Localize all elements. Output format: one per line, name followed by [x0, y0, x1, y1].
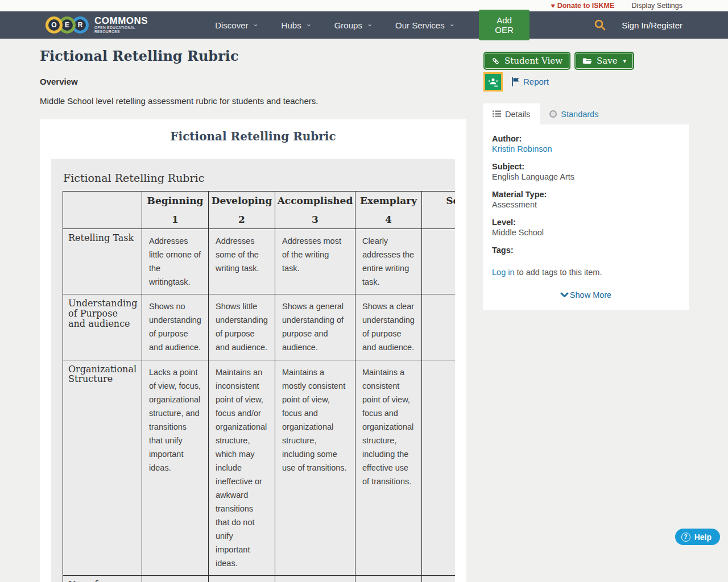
nav-item-label: Discover	[215, 20, 248, 30]
rubric-heading: Fictional Retelling Rubric	[63, 172, 444, 184]
search-icon[interactable]	[593, 18, 607, 32]
nav-item-label: Our Services	[395, 20, 445, 30]
heart-icon: ♥	[551, 2, 555, 10]
table-row: Use of Existing Plot in Retelling Lacks …	[63, 576, 456, 582]
page-title: Fictional Retelling Rubric	[40, 48, 239, 64]
rubric-cell: Shows a clear understanding of purpose a…	[355, 294, 422, 360]
nav-item-label: Hubs	[282, 20, 301, 30]
table-row: Organizational Structure Lacks a point o…	[63, 360, 456, 576]
row-label: Retelling Task	[63, 229, 142, 294]
logo-text: COMMONS OPEN EDUCATIONAL RESOURCES	[94, 16, 151, 34]
nav-item-discover[interactable]: Discover ⌄	[215, 20, 258, 30]
rubric-cell: Lacks use of a developed plotline.	[142, 576, 209, 582]
field-label: Author:	[492, 134, 680, 144]
student-view-label: Student View	[504, 56, 562, 66]
rubric-header-cell: Developing2	[209, 192, 275, 229]
rubric-cell: Shows little understanding of purpose an…	[209, 294, 275, 360]
rubric-cell: Lacks a point of view, focus, organizati…	[142, 360, 209, 576]
nav-item-groups[interactable]: Groups ⌄	[334, 20, 373, 30]
report-label: Report	[523, 77, 549, 86]
rubric-cell: Maintains a mostly consistent point of v…	[275, 360, 355, 576]
tab-details[interactable]: Details	[483, 103, 540, 124]
table-row: Retelling Task Addresses little ornone o…	[63, 229, 456, 294]
caret-down-icon: ▾	[623, 57, 627, 65]
add-oer-button[interactable]: Add OER	[479, 10, 530, 40]
field-value: Assessment	[492, 199, 680, 210]
sign-in-register-link[interactable]: Sign In/Register	[622, 20, 682, 30]
link-icon	[491, 57, 500, 65]
circle-icon	[549, 110, 557, 118]
resource-card: Fictional Retelling Rubric Fictional Ret…	[40, 119, 466, 582]
navbar: O E R COMMONS OPEN EDUCATIONAL RESOURCES…	[0, 11, 728, 39]
action-buttons: Student View Save ▾	[483, 52, 634, 70]
overview-heading: Overview	[40, 77, 78, 86]
field-label: Subject:	[492, 161, 680, 172]
rubric-cell: Addresses most of the writing task.	[275, 229, 355, 294]
table-row: Understanding of Purpose and audience Sh…	[63, 294, 456, 360]
rubric-cell	[422, 576, 456, 582]
rubric-header-cell: Accomplished3	[275, 192, 355, 229]
detail-tabs: Details Standards	[483, 103, 608, 124]
rubric-cell: Shows a general understanding of purpose…	[275, 294, 355, 360]
details-panel: Author: Kristin Robinson Subject: Englis…	[483, 124, 689, 310]
login-prompt-text: to add tags to this item.	[515, 268, 602, 277]
rubric-cell: Addresses little ornone of the writingta…	[142, 229, 209, 294]
embedded-document: Fictional Retelling Rubric Beginning1 De…	[51, 159, 455, 582]
tab-standards-label: Standards	[561, 110, 598, 119]
field-tags: Tags:	[492, 245, 680, 255]
author-link[interactable]: Kristin Robinson	[492, 144, 680, 154]
chevron-down-icon: ⌄	[367, 22, 373, 26]
show-more-link[interactable]: Show More	[492, 290, 680, 300]
logo-brand: COMMONS	[94, 16, 151, 26]
help-label: Help	[694, 533, 712, 542]
rubric-cell: Clearly addresses the entire writing tas…	[355, 229, 422, 294]
list-icon	[493, 110, 501, 118]
rubric-table: Beginning1 Developing2 Accomplished3 Exe…	[63, 191, 455, 582]
page: ♥ Donate to ISKME Display Settings O E R…	[0, 0, 728, 582]
classroom-person-icon	[486, 75, 500, 89]
logo-circles: O E R	[46, 16, 89, 34]
tab-details-label: Details	[505, 110, 530, 119]
row-label: Organizational Structure	[63, 360, 142, 576]
log-in-link[interactable]: Log in	[492, 268, 515, 277]
rubric-cell: Maintains an inconsistent point of view,…	[209, 360, 275, 576]
field-label: Tags:	[492, 245, 680, 255]
logo-tagline: OPEN EDUCATIONAL RESOURCES	[94, 26, 151, 34]
oer-commons-logo[interactable]: O E R COMMONS OPEN EDUCATIONAL RESOURCES	[46, 16, 151, 34]
field-material-type: Material Type: Assessment	[492, 189, 680, 210]
chevron-down-icon: ⌄	[449, 22, 455, 26]
rubric-cell: Has a thorough and unique use of existin…	[355, 576, 422, 582]
tab-standards[interactable]: Standards	[540, 103, 608, 124]
row-label: Use of Existing Plot in Retelling	[63, 576, 142, 582]
login-prompt: Log in to add tags to this item.	[492, 268, 680, 277]
rubric-cell	[422, 360, 456, 576]
report-link[interactable]: Report	[511, 77, 549, 86]
rubric-cell	[422, 294, 456, 360]
rubric-cell	[422, 229, 456, 294]
nav-item-hubs[interactable]: Hubs ⌄	[282, 20, 312, 30]
show-more-label: Show More	[570, 290, 611, 300]
logo-letter-o: O	[46, 16, 63, 34]
resource-title: Fictional Retelling Rubric	[40, 119, 466, 143]
rubric-header-cell: Exemplary4	[355, 192, 422, 229]
rubric-cell: Has minimal use of existing plotline.	[209, 576, 275, 582]
nav-menu: Discover ⌄ Hubs ⌄ Groups ⌄ Our Services …	[215, 20, 455, 30]
overview-text: Middle School level retelling assessment…	[40, 96, 318, 106]
save-button[interactable]: Save ▾	[574, 52, 634, 70]
rubric-header-cell: Score	[422, 192, 456, 229]
donate-label: Donate to ISKME	[557, 2, 615, 10]
rubric-header-cell	[63, 192, 142, 229]
row-label: Understanding of Purpose and audience	[63, 294, 142, 360]
display-settings-link[interactable]: Display Settings	[631, 2, 682, 10]
field-author: Author: Kristin Robinson	[492, 134, 680, 154]
nav-item-our-services[interactable]: Our Services ⌄	[395, 20, 455, 30]
student-view-button[interactable]: Student View	[483, 52, 570, 70]
utility-bar: ♥ Donate to ISKME Display Settings	[0, 0, 728, 11]
rubric-header-row: Beginning1 Developing2 Accomplished3 Exe…	[63, 192, 456, 229]
donate-link[interactable]: ♥ Donate to ISKME	[551, 2, 615, 10]
nav-item-label: Groups	[334, 20, 362, 30]
chevron-down-icon: ⌄	[253, 22, 259, 26]
help-button[interactable]: ? Help	[675, 529, 720, 545]
google-classroom-button[interactable]	[483, 72, 503, 92]
field-level: Level: Middle School	[492, 217, 680, 238]
